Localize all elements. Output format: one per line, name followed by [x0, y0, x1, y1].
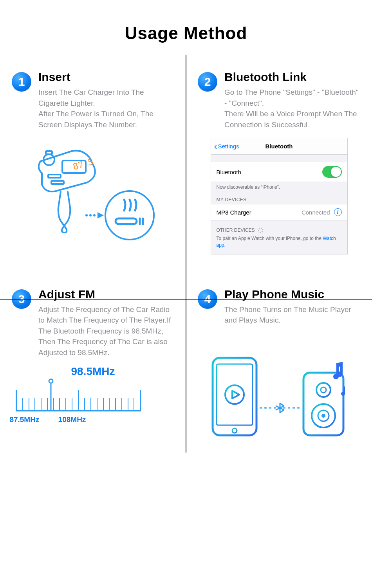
device-row[interactable]: MP3 Charger Connected i	[211, 204, 347, 220]
device-status: Connected	[302, 209, 330, 216]
step-1-desc: Insert The Car Charger Into The Cigarett…	[38, 87, 174, 130]
freq-min-label: 87.5MHz	[3, 415, 46, 424]
svg-rect-2	[46, 151, 52, 154]
horizontal-divider	[0, 299, 372, 300]
step-2: 2 Bluetooth Link Go to The Phone "Settin…	[186, 55, 372, 266]
svg-point-14	[316, 383, 330, 397]
freq-max-label: 108MHz	[46, 415, 98, 424]
svg-point-7	[93, 214, 96, 216]
step-4: 4 Play Phone Music The Phone Turns on Th…	[186, 266, 372, 453]
svg-point-15	[321, 387, 326, 393]
other-devices-label: OTHER DEVICES	[217, 227, 255, 233]
device-name: MP3 Charger	[217, 209, 251, 216]
step-4-title: Play Phone Music	[224, 288, 360, 301]
svg-rect-4	[51, 181, 64, 184]
ios-back-button[interactable]: ‹ Settings	[214, 142, 239, 151]
play-icon	[225, 385, 244, 404]
vertical-divider	[186, 55, 186, 453]
svg-point-18	[321, 414, 325, 418]
lighter-circle-icon	[105, 191, 154, 240]
step-badge-3: 3	[12, 289, 31, 309]
step-2-desc: Go to The Phone "Settings" - "Bluetooth"…	[224, 87, 360, 130]
discoverable-note: Now discoverable as “iPhone”.	[211, 182, 347, 191]
current-frequency: 98.5MHz	[12, 365, 174, 378]
info-icon[interactable]: i	[334, 208, 342, 216]
step-badge-1: 1	[12, 72, 31, 92]
step-4-desc: The Phone Turns on The Music Player and …	[224, 304, 360, 326]
step-3-desc: Adjust The Frequency of The Car Radio to…	[38, 304, 174, 358]
insert-illustration: 87.5	[12, 146, 174, 249]
watch-hint-text: To pair an Apple Watch with your iPhone,…	[217, 236, 323, 241]
step-badge-2: 2	[198, 72, 217, 92]
bluetooth-icon	[276, 403, 284, 413]
step-1-title: Insert	[38, 70, 174, 84]
ios-back-label: Settings	[218, 143, 239, 150]
bluetooth-toggle-row: Bluetooth	[211, 162, 347, 182]
frequency-scale: 87.5MHz 108MHz	[16, 380, 141, 424]
arrow-icon	[98, 212, 104, 218]
chevron-left-icon: ‹	[214, 142, 217, 151]
ios-navbar: ‹ Settings Bluetooth	[211, 138, 347, 155]
frequency-marker	[48, 379, 53, 411]
svg-point-12	[232, 428, 237, 433]
svg-rect-3	[48, 175, 61, 178]
ios-bluetooth-mock: ‹ Settings Bluetooth Bluetooth Now disco…	[211, 138, 348, 254]
svg-rect-11	[217, 364, 253, 425]
step-1: 1 Insert Insert The Car Charger Into The…	[0, 55, 186, 266]
svg-point-5	[85, 214, 88, 216]
play-music-illustration	[198, 353, 360, 441]
bluetooth-switch[interactable]	[322, 166, 342, 178]
svg-rect-8	[116, 218, 137, 224]
spinner-icon	[258, 227, 264, 233]
my-devices-heading: MY DEVICES	[211, 191, 347, 204]
step-3: 3 Adjust FM Adjust The Frequency of The …	[0, 266, 186, 453]
step-3-title: Adjust FM	[38, 288, 174, 301]
other-devices-heading: OTHER DEVICES	[211, 220, 347, 235]
bluetooth-toggle-label: Bluetooth	[217, 169, 241, 175]
watch-hint: To pair an Apple Watch with your iPhone,…	[211, 235, 347, 254]
step-2-title: Bluetooth Link	[224, 70, 360, 84]
step-badge-4: 4	[198, 289, 217, 309]
svg-point-6	[89, 214, 92, 216]
steps-grid: 1 Insert Insert The Car Charger Into The…	[0, 55, 372, 453]
page-title: Usage Method	[0, 23, 372, 43]
